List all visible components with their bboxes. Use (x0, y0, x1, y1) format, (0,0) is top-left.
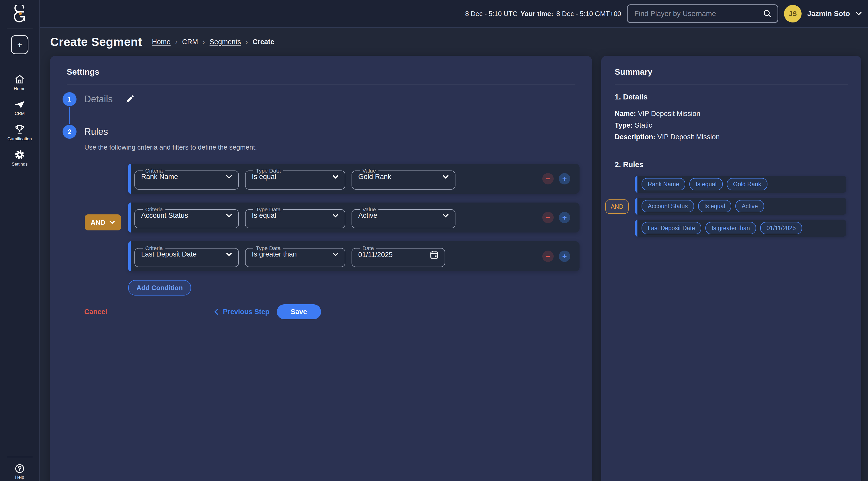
step-details: 1 Details (63, 92, 580, 106)
add-condition-row-button[interactable]: + (559, 212, 570, 223)
gear-icon (14, 149, 25, 160)
sidebar-item-crm[interactable]: CRM (0, 99, 39, 116)
paper-plane-icon (14, 99, 25, 109)
cancel-button[interactable]: Cancel (84, 308, 107, 316)
summary-field-description: Description: VIP Deposit Mission (615, 131, 848, 143)
remove-condition-button[interactable]: − (542, 212, 554, 223)
type-data-select[interactable]: Type Data Is equal (245, 207, 345, 228)
field-label: Description: (615, 133, 655, 141)
user-menu-name[interactable]: Jazmin Soto (807, 9, 850, 18)
summary-rule-row: Account Status Is equal Active (636, 198, 846, 215)
divider (615, 152, 848, 152)
topbar: 8 Dec - 5:10 UTC Your time: 8 Dec - 5:10… (39, 0, 868, 28)
criteria-select[interactable]: Criteria Account Status (134, 207, 239, 228)
save-button[interactable]: Save (277, 304, 321, 319)
avatar[interactable]: JS (784, 5, 802, 23)
create-segment-page: + Home CRM (0, 0, 868, 481)
sidebar-item-gamification[interactable]: Gamification (0, 124, 39, 141)
player-search (627, 4, 778, 23)
field-label: Criteria (143, 168, 165, 173)
chevron-down-icon (333, 175, 339, 179)
field-label: Type Data (253, 207, 283, 212)
previous-step-label: Previous Step (223, 308, 270, 316)
select-value: Account Status (141, 212, 188, 220)
remove-condition-button[interactable]: − (542, 173, 554, 185)
remove-condition-button[interactable]: − (542, 251, 554, 262)
sidebar-divider (7, 457, 33, 457)
chevron-down-icon (226, 252, 232, 257)
field-value: VIP Deposit Mission (638, 110, 700, 118)
select-value: Is equal (252, 212, 276, 220)
breadcrumb-segments[interactable]: Segments (210, 38, 241, 46)
field-label: Name: (615, 110, 636, 118)
add-condition-row-button[interactable]: + (559, 251, 570, 262)
select-value: Is equal (252, 173, 276, 181)
step-number-badge: 2 (63, 125, 76, 139)
sidebar-item-label: CRM (15, 111, 25, 116)
add-condition-row-button[interactable]: + (559, 173, 570, 185)
chevron-down-icon (333, 252, 339, 257)
select-value: Active (358, 212, 377, 220)
sidebar-item-home[interactable]: Home (0, 74, 39, 91)
search-input[interactable] (633, 9, 759, 18)
rule-chip: Is equal (698, 200, 732, 212)
step-rules: 2 Rules (63, 125, 580, 139)
sidebar-add-button[interactable]: + (11, 35, 28, 54)
rule-chip: Active (735, 200, 764, 212)
search-icon[interactable] (763, 9, 772, 18)
rules-step-body: Use the following criteria and filters t… (84, 143, 580, 319)
chevron-down-icon (442, 175, 449, 179)
page-header: Create Segment Home › CRM › Segments › C… (39, 28, 868, 56)
type-data-select[interactable]: Type Data Is equal (245, 168, 345, 190)
summary-rules-heading: 2. Rules (615, 160, 848, 169)
chevron-down-icon (226, 214, 232, 218)
condition-row: AND Criteria Account Status (128, 202, 580, 232)
criteria-select[interactable]: Criteria Rank Name (134, 168, 239, 190)
chevron-down-icon (109, 221, 115, 224)
summary-rule-row: Rank Name Is equal Gold Rank (636, 176, 846, 193)
brand-logo[interactable] (0, 0, 39, 28)
sidebar-item-label: Help (15, 475, 24, 480)
rules-hint: Use the following criteria and filters t… (84, 143, 580, 151)
select-value: Is greater than (252, 250, 297, 258)
edit-details-pencil-icon[interactable] (126, 95, 134, 103)
value-select[interactable]: Value Gold Rank (351, 168, 456, 190)
breadcrumb-crm[interactable]: CRM (182, 38, 198, 46)
field-label: Criteria (143, 246, 165, 251)
field-label: Type Data (253, 246, 283, 251)
logic-operator-dropdown[interactable]: AND (85, 215, 121, 230)
rule-chip: 01/11/2025 (760, 222, 802, 234)
chevron-left-icon (214, 309, 218, 315)
sidebar-item-label: Home (14, 86, 25, 91)
rule-chip: Is equal (689, 178, 723, 190)
chevron-down-icon (226, 175, 232, 179)
row-actions: − + (542, 251, 570, 262)
chevron-right-icon: › (203, 38, 205, 46)
sidebar-item-settings[interactable]: Settings (0, 149, 39, 167)
previous-step-button[interactable]: Previous Step (214, 308, 270, 316)
sidebar-item-label: Settings (12, 162, 27, 167)
date-field[interactable]: Date 01/11/2025 (351, 246, 445, 267)
form-actions: Cancel Previous Step Save (84, 304, 580, 319)
add-condition-button[interactable]: Add Condition (128, 280, 191, 295)
field-label: Type Data (253, 168, 283, 173)
type-data-select[interactable]: Type Data Is greater than (245, 246, 345, 267)
user-menu-chevron-down-icon[interactable] (856, 12, 862, 16)
summary-panel: Summary 1. Details Name: VIP Deposit Mis… (601, 56, 861, 481)
rule-chip: Is greater than (705, 222, 756, 234)
calendar-icon[interactable] (430, 250, 438, 259)
divider (67, 84, 576, 85)
sidebar-item-help[interactable]: Help (0, 463, 39, 480)
field-label: Value (360, 207, 378, 212)
criteria-select[interactable]: Criteria Last Deposit Date (134, 246, 239, 267)
value-select[interactable]: Value Active (351, 207, 456, 228)
field-label: Date (360, 246, 376, 251)
field-value: Static (635, 121, 652, 129)
condition-row: Criteria Last Deposit Date Type Data (128, 241, 580, 271)
rule-chip: Account Status (642, 200, 694, 212)
settings-panel-title: Settings (67, 67, 580, 77)
breadcrumb-home[interactable]: Home (152, 38, 170, 46)
summary-rule-row: Last Deposit Date Is greater than 01/11/… (636, 220, 846, 236)
divider (615, 84, 848, 85)
condition-row: Criteria Rank Name Type Data (128, 164, 580, 194)
